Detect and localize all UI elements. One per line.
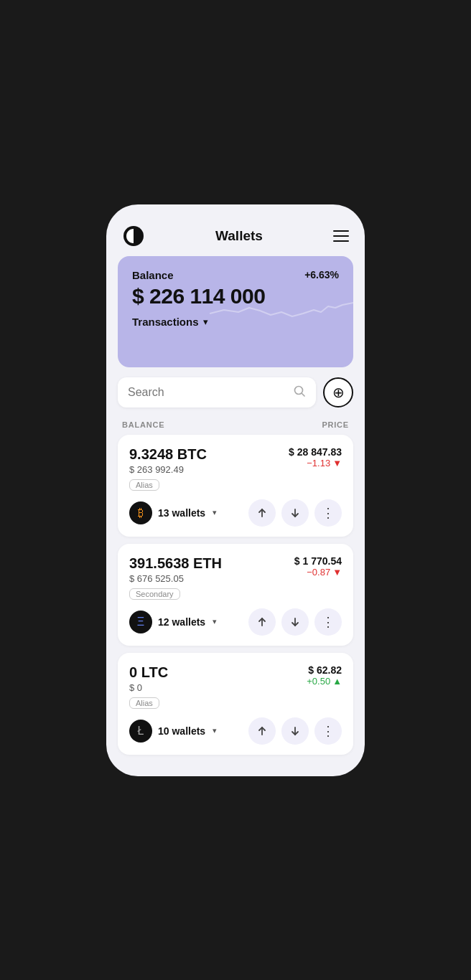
search-input-wrap <box>118 377 316 407</box>
balance-card: Balance +6.63% $ 226 114 000 Transaction… <box>118 256 353 367</box>
asset-usd-btc: $ 263 992.49 <box>129 464 207 475</box>
asset-top-ltc: 0 LTC $ 0 Alias $ 62.82 +0.50 ▲ <box>129 664 342 709</box>
asset-left-ltc: 0 LTC $ 0 Alias <box>129 664 168 709</box>
balance-change: +6.63% <box>304 269 339 281</box>
asset-price-ltc: $ 62.82 <box>307 664 342 676</box>
menu-button[interactable] <box>333 230 349 242</box>
wallet-chevron-btc: ▾ <box>213 508 217 517</box>
wallet-info-ltc[interactable]: Ł 10 wallets ▾ <box>129 720 217 743</box>
asset-bottom-ltc: Ł 10 wallets ▾ <box>129 717 342 745</box>
page-title: Wallets <box>215 228 263 244</box>
receive-button-ltc[interactable] <box>281 717 309 745</box>
ltc-coin-icon: Ł <box>129 720 152 743</box>
asset-left-eth: 391.5638 ETH $ 676 525.05 Secondary <box>129 555 222 600</box>
send-button-btc[interactable] <box>248 499 276 527</box>
logo-icon <box>122 225 145 248</box>
search-row: ⊕ <box>106 377 365 415</box>
column-headers: BALANCE PRICE <box>106 415 365 435</box>
wallet-chevron-ltc: ▾ <box>213 726 217 735</box>
col-header-balance: BALANCE <box>122 420 164 429</box>
more-button-ltc[interactable]: ⋮ <box>314 717 342 745</box>
asset-top-eth: 391.5638 ETH $ 676 525.05 Secondary $ 1 … <box>129 555 342 600</box>
asset-tag-ltc: Alias <box>129 697 159 709</box>
more-button-btc[interactable]: ⋮ <box>314 499 342 527</box>
asset-amount-ltc: 0 LTC <box>129 664 168 681</box>
asset-top-btc: 9.3248 BTC $ 263 992.49 Alias $ 28 847.8… <box>129 446 342 491</box>
assets-list: 9.3248 BTC $ 263 992.49 Alias $ 28 847.8… <box>106 435 365 755</box>
asset-bottom-eth: Ξ 12 wallets ▾ <box>129 608 342 636</box>
triangle-down-icon-eth: ▼ <box>332 567 342 578</box>
asset-usd-ltc: $ 0 <box>129 682 168 693</box>
asset-price-col-btc: $ 28 847.83 −1.13 ▼ <box>289 446 342 468</box>
triangle-down-icon-btc: ▼ <box>332 458 342 468</box>
menu-line-2 <box>333 235 349 237</box>
search-input[interactable] <box>128 386 287 399</box>
asset-change-eth: −0.87 ▼ <box>294 567 342 578</box>
send-button-eth[interactable] <box>248 608 276 636</box>
more-icon-ltc: ⋮ <box>322 723 335 739</box>
triangle-up-icon-ltc: ▲ <box>332 676 342 687</box>
asset-card-eth: 391.5638 ETH $ 676 525.05 Secondary $ 1 … <box>118 544 353 646</box>
wallet-info-eth[interactable]: Ξ 12 wallets ▾ <box>129 611 217 633</box>
asset-price-btc: $ 28 847.83 <box>289 446 342 458</box>
add-wallet-button[interactable]: ⊕ <box>323 377 353 407</box>
asset-bottom-btc: ₿ 13 wallets ▾ <box>129 499 342 527</box>
asset-amount-eth: 391.5638 ETH <box>129 555 222 572</box>
asset-change-ltc: +0.50 ▲ <box>307 676 342 687</box>
wallet-chevron-eth: ▾ <box>213 617 217 626</box>
btc-coin-icon: ₿ <box>129 501 152 524</box>
wallet-count-eth: 12 wallets <box>158 616 205 628</box>
asset-actions-btc: ⋮ <box>248 499 342 527</box>
wallet-info-btc[interactable]: ₿ 13 wallets ▾ <box>129 501 217 524</box>
receive-button-eth[interactable] <box>281 608 309 636</box>
asset-actions-ltc: ⋮ <box>248 717 342 745</box>
header: Wallets <box>106 217 365 256</box>
asset-actions-eth: ⋮ <box>248 608 342 636</box>
asset-price-eth: $ 1 770.54 <box>294 555 342 567</box>
asset-tag-eth: Secondary <box>129 588 180 600</box>
balance-chart <box>210 285 353 335</box>
search-icon <box>293 385 306 400</box>
asset-card-btc: 9.3248 BTC $ 263 992.49 Alias $ 28 847.8… <box>118 435 353 537</box>
send-button-ltc[interactable] <box>248 717 276 745</box>
asset-left-btc: 9.3248 BTC $ 263 992.49 Alias <box>129 446 207 491</box>
transactions-label: Transactions <box>132 316 199 328</box>
svg-line-2 <box>302 393 305 396</box>
asset-change-btc: −1.13 ▼ <box>289 458 342 468</box>
more-icon-eth: ⋮ <box>322 614 335 630</box>
asset-price-col-ltc: $ 62.82 +0.50 ▲ <box>307 664 342 687</box>
wallet-count-btc: 13 wallets <box>158 507 205 519</box>
asset-amount-btc: 9.3248 BTC <box>129 446 207 463</box>
eth-coin-icon: Ξ <box>129 611 152 633</box>
phone-shell: Wallets Balance +6.63% $ 226 114 000 Tra… <box>106 204 365 776</box>
asset-usd-eth: $ 676 525.05 <box>129 573 222 584</box>
wallet-count-ltc: 10 wallets <box>158 725 205 737</box>
menu-line-1 <box>333 230 349 232</box>
more-icon-btc: ⋮ <box>322 505 335 521</box>
asset-price-col-eth: $ 1 770.54 −0.87 ▼ <box>294 555 342 578</box>
asset-card-ltc: 0 LTC $ 0 Alias $ 62.82 +0.50 ▲ Ł 10 wal… <box>118 653 353 755</box>
receive-button-btc[interactable] <box>281 499 309 527</box>
menu-line-3 <box>333 240 349 242</box>
asset-tag-btc: Alias <box>129 479 159 491</box>
svg-point-1 <box>295 386 303 394</box>
plus-icon: ⊕ <box>332 384 345 401</box>
more-button-eth[interactable]: ⋮ <box>314 608 342 636</box>
transactions-chevron-icon: ▾ <box>203 316 208 327</box>
col-header-price: PRICE <box>322 420 349 429</box>
